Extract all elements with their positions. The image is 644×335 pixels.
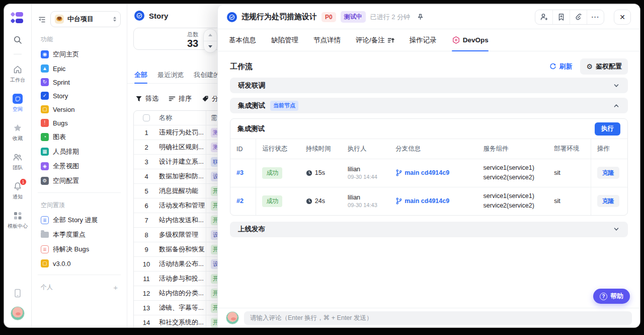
- tab-defects[interactable]: 缺陷管理: [271, 29, 298, 51]
- rail-item-label: 模板中心: [8, 223, 28, 230]
- chevron-down-icon: [613, 82, 620, 89]
- devops-icon: [452, 36, 460, 44]
- tab-node-detail[interactable]: 节点详情: [313, 29, 341, 51]
- add-personal-icon[interactable]: +: [113, 283, 118, 292]
- bell-icon: 1: [13, 181, 23, 191]
- progress-list-icon: ≣: [41, 216, 49, 224]
- sidebar-item-panorama[interactable]: ◈全景视图: [38, 160, 121, 173]
- tab-basic-info[interactable]: 基本信息: [229, 29, 256, 51]
- sort-icon: [169, 95, 176, 102]
- sidebar-item-version[interactable]: ▢Version: [38, 103, 121, 115]
- chevron-updown-icon: [113, 17, 116, 22]
- header-action-group: ···: [535, 10, 604, 25]
- run-duration: 15s: [315, 169, 325, 176]
- user-avatar[interactable]: [11, 306, 25, 320]
- sidebar-divider: [38, 192, 121, 193]
- clone-button[interactable]: 克隆: [597, 167, 619, 179]
- sidebar-item-schedule[interactable]: ▦人员排期: [38, 145, 121, 158]
- drawer-header: 违规行为处罚措施设计 P0 测试中 已进行 2 分钟 ··· ✕: [218, 5, 640, 29]
- schedule-icon: ▦: [41, 148, 49, 156]
- rail-item-notifications[interactable]: 1 通知: [13, 181, 23, 200]
- tab-created-by-me[interactable]: 我创建的: [194, 66, 220, 83]
- pin-icon[interactable]: [417, 13, 424, 21]
- notification-badge: 1: [20, 178, 27, 185]
- comment-input[interactable]: [244, 311, 632, 325]
- tab-devops[interactable]: DevOps: [452, 29, 489, 51]
- rail-item-templates[interactable]: 模板中心: [8, 211, 28, 230]
- sidebar-item-epic[interactable]: ▲Epic: [38, 62, 121, 75]
- tab-all[interactable]: 全部: [134, 66, 147, 83]
- run-id-link[interactable]: #3: [236, 169, 244, 176]
- branch-link[interactable]: main cd4914c9: [395, 197, 471, 205]
- app-window: 工作台 空间 收藏 团队 1 通知 模板中心: [4, 4, 640, 327]
- sidebar-item-space-home[interactable]: ◉空间主页: [38, 48, 121, 61]
- story-title: 违规行为处罚措施设计: [242, 12, 317, 22]
- epic-icon: ▲: [41, 64, 49, 73]
- rail-item-favorites[interactable]: 收藏: [13, 123, 23, 142]
- collapse-sidebar-icon[interactable]: [38, 15, 46, 24]
- sidebar-item-space-config[interactable]: ⚙空间配置: [38, 174, 121, 187]
- filter-button[interactable]: 筛选: [135, 94, 158, 103]
- app-logo-icon[interactable]: [11, 12, 24, 23]
- integration-test-card: 集成测试 执行 ID 运行状态 持续时间 执行人 分支信息 服务组件 部署环境: [230, 118, 628, 216]
- sprint-icon: ↻: [41, 78, 49, 86]
- help-button[interactable]: ? 帮助: [593, 289, 630, 304]
- link-icon[interactable]: [570, 10, 587, 24]
- bookmark-add-icon[interactable]: [552, 10, 570, 24]
- stage-release[interactable]: 上线发布: [230, 222, 628, 237]
- rail-item-team[interactable]: 团队: [13, 152, 23, 171]
- refresh-button[interactable]: 刷新: [549, 62, 572, 71]
- space-icon: [13, 94, 23, 104]
- section-label-personal: 个人+: [41, 283, 118, 292]
- sort-asc-icon: [387, 37, 394, 44]
- sort-button[interactable]: 排序: [169, 94, 192, 103]
- tab-activity-log[interactable]: 操作记录: [410, 29, 437, 51]
- stage-dev-joint-debug[interactable]: 研发联调: [230, 78, 628, 93]
- sidebar-item-open-bugs[interactable]: ≣待解决 Bugs: [38, 243, 121, 256]
- close-icon[interactable]: ✕: [614, 10, 631, 25]
- select-all-checkbox[interactable]: [143, 114, 150, 121]
- search-icon[interactable]: [13, 35, 23, 45]
- branch-link[interactable]: main cd4914c9: [395, 169, 471, 176]
- sidebar-item-sprint[interactable]: ↻Sprint: [38, 76, 121, 88]
- stepper-down-button[interactable]: [204, 41, 217, 53]
- project-selector[interactable]: 中台项目: [50, 11, 121, 27]
- drawer-tabs: 基本信息 缺陷管理 节点详情 评论/备注 操作记录 DevOps: [218, 29, 640, 51]
- tab-comments[interactable]: 评论/备注: [356, 29, 394, 51]
- mobile-icon[interactable]: [13, 288, 22, 298]
- run-status-badge: 成功: [262, 195, 282, 207]
- pipeline-row: #2 成功 24s lilian09-30 14:43 main cd4914c…: [230, 187, 627, 215]
- rail-item-space[interactable]: 空间: [13, 94, 23, 113]
- sidebar-item-bugs[interactable]: !Bugs: [38, 117, 121, 129]
- service-component: service1(service1): [484, 163, 542, 173]
- funnel-icon: [135, 95, 142, 102]
- executor-time: 09-30 14:43: [348, 202, 383, 208]
- priority-badge: P0: [321, 12, 336, 22]
- rail-item-workbench[interactable]: 工作台: [10, 64, 25, 84]
- sidebar-item-v300[interactable]: ▢v3.0.0: [38, 257, 121, 270]
- run-status-badge: 成功: [262, 167, 282, 179]
- stage-integration-test[interactable]: 集成测试 当前节点: [230, 98, 628, 113]
- question-icon: ?: [600, 293, 607, 300]
- tab-recent[interactable]: 最近浏览: [157, 66, 184, 83]
- space-config-icon: ⚙: [41, 177, 49, 185]
- service-component: service1(service1): [484, 191, 542, 201]
- folder-icon: [41, 232, 49, 238]
- add-member-icon[interactable]: [535, 10, 552, 24]
- user-avatar: [226, 311, 239, 324]
- story-icon: ✓: [41, 92, 49, 100]
- stepper-up-button[interactable]: [204, 29, 217, 41]
- clone-button[interactable]: 克隆: [597, 195, 619, 207]
- sidebar-item-all-story-progress[interactable]: ≣全部 Story 进展: [38, 214, 121, 227]
- more-icon[interactable]: ···: [587, 10, 604, 24]
- run-id-link[interactable]: #2: [236, 197, 244, 205]
- auth-config-button[interactable]: ⚙鉴权配置: [580, 58, 628, 75]
- people-icon: [13, 152, 23, 162]
- sidebar-item-quarter-focus[interactable]: 本季度重点: [38, 228, 121, 241]
- run-button[interactable]: 执行: [595, 122, 620, 136]
- story-type-icon: [227, 12, 237, 22]
- current-node-badge: 当前节点: [270, 101, 298, 111]
- tag-icon: [202, 95, 209, 102]
- sidebar-item-story[interactable]: ✓Story: [38, 90, 121, 102]
- sidebar-item-charts[interactable]: ◔图表: [38, 130, 121, 144]
